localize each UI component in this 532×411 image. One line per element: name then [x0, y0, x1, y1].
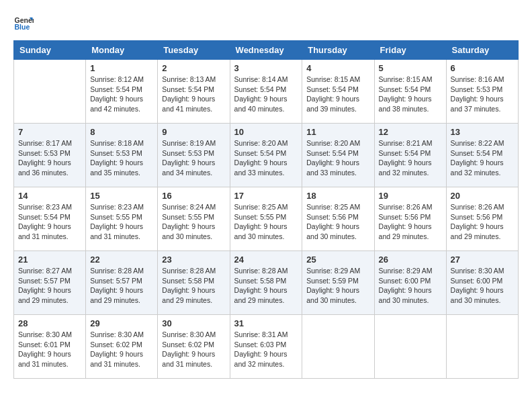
day-info: Sunrise: 8:28 AMSunset: 5:58 PMDaylight:…: [162, 266, 225, 306]
calendar-cell: 30Sunrise: 8:30 AMSunset: 6:02 PMDayligh…: [158, 315, 230, 379]
day-number: 10: [234, 127, 298, 137]
calendar-cell: 12Sunrise: 8:21 AMSunset: 5:54 PMDayligh…: [374, 124, 446, 187]
day-number: 5: [379, 63, 442, 73]
calendar-week-row: 21Sunrise: 8:27 AMSunset: 5:57 PMDayligh…: [14, 251, 519, 315]
day-info: Sunrise: 8:16 AMSunset: 5:53 PMDaylight:…: [451, 75, 514, 114]
calendar-week-row: 1Sunrise: 8:12 AMSunset: 5:54 PMDaylight…: [14, 60, 519, 124]
calendar-cell: [446, 315, 518, 379]
logo-icon: General Blue: [13, 13, 34, 34]
day-number: 14: [18, 191, 81, 201]
calendar-cell: 16Sunrise: 8:24 AMSunset: 5:55 PMDayligh…: [158, 187, 230, 251]
day-number: 17: [234, 191, 298, 201]
day-info: Sunrise: 8:28 AMSunset: 5:57 PMDaylight:…: [90, 266, 153, 306]
calendar-week-row: 7Sunrise: 8:17 AMSunset: 5:53 PMDaylight…: [14, 124, 519, 187]
calendar-cell: 18Sunrise: 8:25 AMSunset: 5:56 PMDayligh…: [302, 187, 374, 251]
weekday-header-wednesday: Wednesday: [230, 41, 302, 60]
day-number: 4: [306, 63, 369, 73]
calendar-cell: 7Sunrise: 8:17 AMSunset: 5:53 PMDaylight…: [14, 124, 86, 187]
calendar-cell: 25Sunrise: 8:29 AMSunset: 5:59 PMDayligh…: [302, 251, 374, 315]
day-info: Sunrise: 8:22 AMSunset: 5:54 PMDaylight:…: [451, 138, 514, 178]
calendar-cell: 23Sunrise: 8:28 AMSunset: 5:58 PMDayligh…: [158, 251, 230, 315]
calendar-cell: 20Sunrise: 8:26 AMSunset: 5:56 PMDayligh…: [446, 187, 518, 251]
calendar-cell: 9Sunrise: 8:19 AMSunset: 5:53 PMDaylight…: [158, 124, 230, 187]
day-number: 30: [162, 318, 225, 328]
day-info: Sunrise: 8:30 AMSunset: 6:02 PMDaylight:…: [162, 330, 225, 369]
calendar-cell: [302, 315, 374, 379]
calendar-week-row: 14Sunrise: 8:23 AMSunset: 5:54 PMDayligh…: [14, 187, 519, 251]
weekday-header-tuesday: Tuesday: [158, 41, 230, 60]
calendar-cell: [14, 60, 86, 124]
day-number: 6: [451, 63, 514, 73]
day-info: Sunrise: 8:15 AMSunset: 5:54 PMDaylight:…: [379, 75, 442, 114]
day-number: 18: [306, 191, 369, 201]
calendar-cell: 15Sunrise: 8:23 AMSunset: 5:55 PMDayligh…: [86, 187, 158, 251]
calendar-cell: [374, 315, 446, 379]
svg-text:Blue: Blue: [15, 23, 30, 31]
calendar-cell: 4Sunrise: 8:15 AMSunset: 5:54 PMDaylight…: [302, 60, 374, 124]
day-info: Sunrise: 8:20 AMSunset: 5:54 PMDaylight:…: [234, 138, 298, 178]
day-info: Sunrise: 8:25 AMSunset: 5:55 PMDaylight:…: [234, 202, 298, 242]
day-info: Sunrise: 8:30 AMSunset: 6:01 PMDaylight:…: [18, 330, 81, 369]
calendar-cell: 19Sunrise: 8:26 AMSunset: 5:56 PMDayligh…: [374, 187, 446, 251]
day-info: Sunrise: 8:26 AMSunset: 5:56 PMDaylight:…: [451, 202, 514, 242]
weekday-header-row: SundayMondayTuesdayWednesdayThursdayFrid…: [14, 41, 519, 60]
calendar-cell: 8Sunrise: 8:18 AMSunset: 5:53 PMDaylight…: [86, 124, 158, 187]
weekday-header-thursday: Thursday: [302, 41, 374, 60]
page-header: General Blue: [13, 13, 519, 34]
day-number: 26: [379, 255, 442, 265]
day-info: Sunrise: 8:29 AMSunset: 6:00 PMDaylight:…: [379, 266, 442, 306]
day-info: Sunrise: 8:25 AMSunset: 5:56 PMDaylight:…: [306, 202, 369, 242]
day-number: 31: [234, 318, 298, 328]
day-number: 11: [306, 127, 369, 137]
day-info: Sunrise: 8:31 AMSunset: 6:03 PMDaylight:…: [234, 330, 298, 369]
calendar-cell: 29Sunrise: 8:30 AMSunset: 6:02 PMDayligh…: [86, 315, 158, 379]
calendar-cell: 3Sunrise: 8:14 AMSunset: 5:54 PMDaylight…: [230, 60, 302, 124]
day-number: 8: [90, 127, 153, 137]
day-number: 25: [306, 255, 369, 265]
calendar-cell: 31Sunrise: 8:31 AMSunset: 6:03 PMDayligh…: [230, 315, 302, 379]
weekday-header-saturday: Saturday: [446, 41, 518, 60]
day-number: 21: [18, 255, 81, 265]
logo: General Blue: [13, 13, 34, 34]
calendar-cell: 2Sunrise: 8:13 AMSunset: 5:54 PMDaylight…: [158, 60, 230, 124]
day-info: Sunrise: 8:20 AMSunset: 5:54 PMDaylight:…: [306, 138, 369, 178]
calendar-week-row: 28Sunrise: 8:30 AMSunset: 6:01 PMDayligh…: [14, 315, 519, 379]
day-number: 16: [162, 191, 225, 201]
calendar-cell: 5Sunrise: 8:15 AMSunset: 5:54 PMDaylight…: [374, 60, 446, 124]
day-info: Sunrise: 8:21 AMSunset: 5:54 PMDaylight:…: [379, 138, 442, 178]
day-number: 20: [451, 191, 514, 201]
day-info: Sunrise: 8:15 AMSunset: 5:54 PMDaylight:…: [306, 75, 369, 114]
calendar-cell: 22Sunrise: 8:28 AMSunset: 5:57 PMDayligh…: [86, 251, 158, 315]
day-number: 7: [18, 127, 81, 137]
day-number: 13: [451, 127, 514, 137]
day-number: 29: [90, 318, 153, 328]
calendar-cell: 28Sunrise: 8:30 AMSunset: 6:01 PMDayligh…: [14, 315, 86, 379]
calendar-cell: 21Sunrise: 8:27 AMSunset: 5:57 PMDayligh…: [14, 251, 86, 315]
day-info: Sunrise: 8:27 AMSunset: 5:57 PMDaylight:…: [18, 266, 81, 306]
day-number: 3: [234, 63, 298, 73]
day-number: 1: [90, 63, 153, 73]
calendar-cell: 10Sunrise: 8:20 AMSunset: 5:54 PMDayligh…: [230, 124, 302, 187]
day-number: 22: [90, 255, 153, 265]
day-info: Sunrise: 8:30 AMSunset: 6:00 PMDaylight:…: [451, 266, 514, 306]
day-info: Sunrise: 8:12 AMSunset: 5:54 PMDaylight:…: [90, 75, 153, 114]
day-info: Sunrise: 8:13 AMSunset: 5:54 PMDaylight:…: [162, 75, 225, 114]
day-number: 23: [162, 255, 225, 265]
day-info: Sunrise: 8:14 AMSunset: 5:54 PMDaylight:…: [234, 75, 298, 114]
calendar-cell: 26Sunrise: 8:29 AMSunset: 6:00 PMDayligh…: [374, 251, 446, 315]
day-number: 27: [451, 255, 514, 265]
day-number: 12: [379, 127, 442, 137]
day-info: Sunrise: 8:28 AMSunset: 5:58 PMDaylight:…: [234, 266, 298, 306]
calendar-table: SundayMondayTuesdayWednesdayThursdayFrid…: [13, 40, 519, 379]
day-number: 28: [18, 318, 81, 328]
day-number: 2: [162, 63, 225, 73]
calendar-cell: 27Sunrise: 8:30 AMSunset: 6:00 PMDayligh…: [446, 251, 518, 315]
weekday-header-friday: Friday: [374, 41, 446, 60]
day-number: 15: [90, 191, 153, 201]
weekday-header-monday: Monday: [86, 41, 158, 60]
calendar-cell: 17Sunrise: 8:25 AMSunset: 5:55 PMDayligh…: [230, 187, 302, 251]
calendar-cell: 6Sunrise: 8:16 AMSunset: 5:53 PMDaylight…: [446, 60, 518, 124]
calendar-cell: 11Sunrise: 8:20 AMSunset: 5:54 PMDayligh…: [302, 124, 374, 187]
day-info: Sunrise: 8:18 AMSunset: 5:53 PMDaylight:…: [90, 138, 153, 178]
calendar-cell: 1Sunrise: 8:12 AMSunset: 5:54 PMDaylight…: [86, 60, 158, 124]
